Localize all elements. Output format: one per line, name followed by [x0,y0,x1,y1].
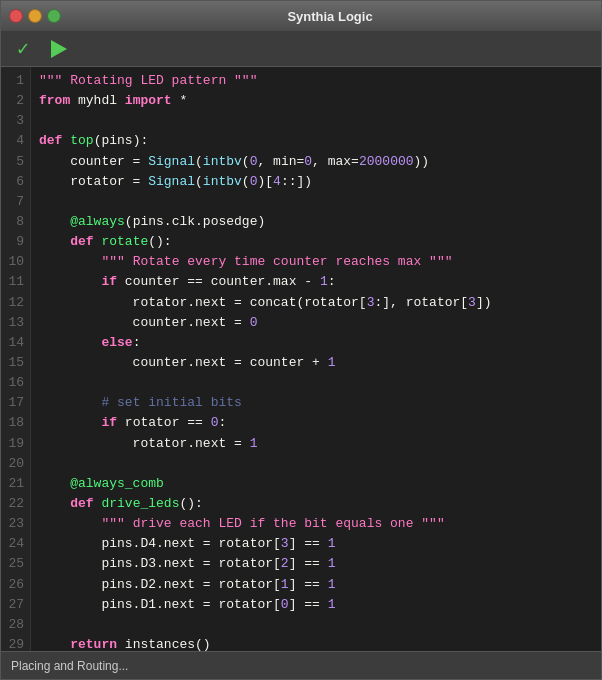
line-number: 1 [1,71,30,91]
code-line: """ drive each LED if the bit equals one… [39,514,593,534]
code-token: 1 [320,274,328,289]
toolbar: ✓ [1,31,601,67]
code-token: : [328,274,336,289]
code-token: ] == [289,597,328,612]
line-number: 8 [1,212,30,232]
maximize-button[interactable] [47,9,61,23]
window-title: Synthia Logic [67,9,593,24]
code-token: 1 [328,597,336,612]
code-token: ( [242,154,250,169]
code-token: ] == [289,577,328,592]
code-token: drive_leds [101,496,179,511]
code-line: if rotator == 0: [39,413,593,433]
code-line: def top(pins): [39,131,593,151]
line-number: 12 [1,293,30,313]
code-token: 0 [304,154,312,169]
code-line: if counter == counter.max - 1: [39,272,593,292]
code-token: ::]) [281,174,312,189]
code-line: pins.D1.next = rotator[0] == 1 [39,595,593,615]
line-number: 21 [1,474,30,494]
code-token: top [70,133,93,148]
line-number: 13 [1,313,30,333]
code-token: if [101,274,117,289]
code-line: pins.D2.next = rotator[1] == 1 [39,575,593,595]
code-line: # set initial bits [39,393,593,413]
code-token: pins.D4.next = rotator[ [39,536,281,551]
line-number: 10 [1,252,30,272]
code-token [39,496,70,511]
code-token: * [172,93,188,108]
code-line: def rotate(): [39,232,593,252]
code-line: return instances() [39,635,593,651]
code-token: ] == [289,536,328,551]
line-number: 16 [1,373,30,393]
code-token: @always_comb [39,476,164,491]
code-token: 2000000 [359,154,414,169]
code-token: ( [242,174,250,189]
code-token: Signal [148,174,195,189]
code-token: rotator == [117,415,211,430]
code-token: rotate [101,234,148,249]
code-token: def [70,234,93,249]
code-line: rotator.next = concat(rotator[3:], rotat… [39,293,593,313]
code-token: counter.next = counter + [39,355,328,370]
status-text: Placing and Routing... [11,659,128,673]
code-token: , min= [257,154,304,169]
code-content[interactable]: """ Rotating LED pattern """from myhdl i… [31,67,601,651]
line-number: 2 [1,91,30,111]
line-number: 27 [1,595,30,615]
code-token: counter.next = [39,315,250,330]
line-number: 7 [1,192,30,212]
play-icon [51,40,67,58]
code-token: (pins.clk.posedge) [125,214,265,229]
status-bar: Placing and Routing... [1,651,601,679]
code-token: def [70,496,93,511]
code-line: counter.next = 0 [39,313,593,333]
code-token: (pins): [94,133,149,148]
titlebar: Synthia Logic [1,1,601,31]
code-token: Signal [148,154,195,169]
code-line [39,615,593,635]
code-token: if [101,415,117,430]
check-icon: ✓ [17,36,29,61]
code-token: 1 [328,556,336,571]
code-line: """ Rotating LED pattern """ [39,71,593,91]
code-token: 1 [328,577,336,592]
code-token [39,274,101,289]
code-token: rotator = [39,174,148,189]
code-editor[interactable]: 1234567891011121314151617181920212223242… [1,67,601,651]
code-token: pins.D2.next = rotator[ [39,577,281,592]
code-token: 2 [281,556,289,571]
code-line: counter = Signal(intbv(0, min=0, max=200… [39,152,593,172]
code-token [39,415,101,430]
code-line: rotator.next = 1 [39,434,593,454]
line-number: 5 [1,152,30,172]
code-token: """ Rotating LED pattern """ [39,73,257,88]
close-button[interactable] [9,9,23,23]
code-token: )) [414,154,430,169]
code-token: instances() [117,637,211,651]
check-button[interactable]: ✓ [9,35,37,63]
run-button[interactable] [45,35,73,63]
code-token [39,516,101,531]
window-controls [9,9,61,23]
code-token: 1 [281,577,289,592]
code-token: )[ [257,174,273,189]
code-token: """ drive each LED if the bit equals one… [101,516,444,531]
code-line [39,192,593,212]
code-line: """ Rotate every time counter reaches ma… [39,252,593,272]
code-token: else [101,335,132,350]
code-line: counter.next = counter + 1 [39,353,593,373]
code-line: rotator = Signal(intbv(0)[4::]) [39,172,593,192]
code-token: counter = [39,154,148,169]
code-token: , max= [312,154,359,169]
code-token: # set initial bits [101,395,241,410]
code-token: myhdl [70,93,125,108]
code-line: pins.D3.next = rotator[2] == 1 [39,554,593,574]
code-line: def drive_leds(): [39,494,593,514]
minimize-button[interactable] [28,9,42,23]
code-token: ]) [476,295,492,310]
line-number: 20 [1,454,30,474]
code-token [39,335,101,350]
code-token: 3 [468,295,476,310]
